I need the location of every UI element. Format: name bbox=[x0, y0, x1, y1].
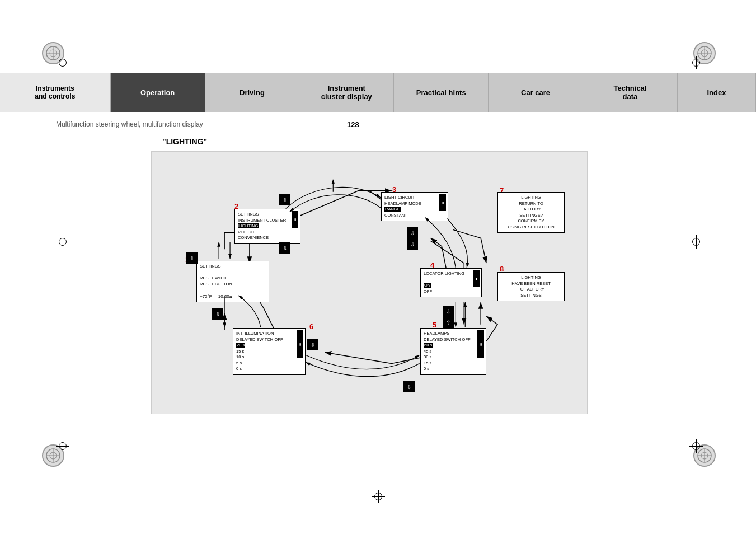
arrow-btn-3-down2[interactable]: ⇩ bbox=[407, 238, 418, 250]
crosshair-left-mid bbox=[56, 235, 69, 249]
nav-instruments[interactable]: Instruments and controls bbox=[0, 73, 111, 112]
diagram-area: 1 SETTINGS RESET WITH RESET BUTTON +72°F… bbox=[151, 151, 588, 414]
arrow-btn-1-down[interactable]: ⇩ bbox=[212, 308, 223, 320]
arrow-btn-2-up[interactable]: ⇧ bbox=[279, 194, 290, 205]
arrow-btn-2-down[interactable]: ⇩ bbox=[279, 242, 290, 254]
diagram-box-1: SETTINGS RESET WITH RESET BUTTON +72°F 1… bbox=[196, 261, 269, 302]
crosshair-right-mid bbox=[689, 235, 703, 249]
nav-technical-data[interactable]: Technical data bbox=[583, 73, 678, 112]
nav-index[interactable]: Index bbox=[678, 73, 756, 112]
crosshair-tl bbox=[56, 56, 69, 69]
diagram-box-5: HEADLAMPS DELAYED SWITCH-OFF 60 s 45 s30… bbox=[420, 328, 486, 375]
arrow-btn-5-down[interactable]: ⇩ bbox=[403, 381, 415, 392]
navigation-bar: Instruments and controls Operation Drivi… bbox=[0, 73, 756, 112]
nav-driving[interactable]: Driving bbox=[205, 73, 300, 112]
crosshair-br bbox=[689, 439, 703, 453]
crosshair-bl bbox=[56, 439, 69, 453]
diagram-box-8: LIGHTING HAVE BEEN RESET TO FACTORY SETT… bbox=[497, 272, 565, 301]
diagram-box-2: SETTINGS INSTRUMENT CLUSTER LIGHTING VEH… bbox=[234, 209, 300, 244]
nav-practical-hints[interactable]: Practical hints bbox=[394, 73, 489, 112]
arrow-btn-1[interactable]: ⇧ bbox=[186, 252, 198, 264]
diagram-box-6: INT. ILLUMINATION DELAYED SWITCH-OFF 20 … bbox=[233, 328, 306, 375]
page-number: 128 bbox=[347, 120, 359, 129]
section-title: "LIGHTING" bbox=[162, 137, 207, 146]
nav-instrument-cluster[interactable]: Instrument cluster display bbox=[299, 73, 394, 112]
nav-operation[interactable]: Operation bbox=[111, 73, 205, 112]
arrow-btn-3-down[interactable]: ⇩ bbox=[407, 227, 418, 238]
arrow-btn-6-right[interactable]: ⇩ bbox=[307, 339, 318, 350]
nav-car-care[interactable]: Car care bbox=[489, 73, 583, 112]
arrow-btn-4-up[interactable]: ⇧ bbox=[443, 317, 454, 328]
crosshair-center bbox=[372, 490, 385, 503]
diagram-box-3: LIGHT CIRCUIT HEADLAMP MODE RANGE CONSTA… bbox=[381, 192, 448, 221]
crosshair-tr bbox=[689, 56, 703, 69]
page-subtitle: Multifunction steering wheel, multifunct… bbox=[56, 120, 203, 128]
diagram-box-4: LOCATOR LIGHTING ON OFF ▮ bbox=[420, 268, 482, 297]
diagram-box-7: LIGHTING RETURN TO FACTORY SETTINGS? CON… bbox=[497, 192, 565, 233]
diagram-label-6: 6 bbox=[309, 322, 313, 331]
arrow-btn-4-down[interactable]: ⇩ bbox=[443, 306, 454, 317]
